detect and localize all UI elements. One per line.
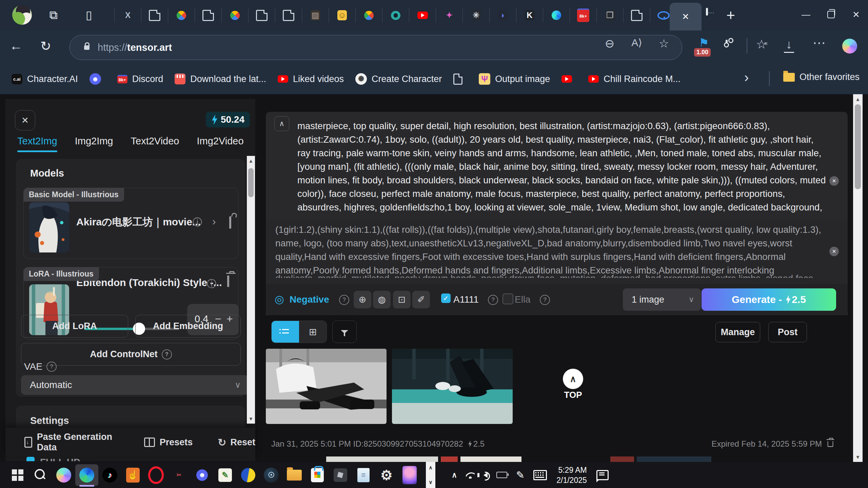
page-scrollbar[interactable]: ▲ ▼ xyxy=(853,94,863,462)
favorites-list-icon[interactable]: ☆ xyxy=(755,37,768,52)
bookmark-item[interactable] xyxy=(453,74,467,85)
taskbar-app-icon[interactable] xyxy=(283,464,306,486)
bookmark-item[interactable]: Chill Raincode M... xyxy=(588,74,680,84)
help-icon[interactable]: ? xyxy=(339,295,349,305)
notification-center-icon[interactable] xyxy=(596,470,609,480)
taskbar-app-icon[interactable]: ☻ xyxy=(191,464,214,486)
mode-tab[interactable]: Img2Img xyxy=(75,136,113,152)
mode-tab[interactable]: Text2Video xyxy=(131,136,179,152)
taskbar-overflow-scroller[interactable]: ∧ ∨ xyxy=(426,462,435,488)
pinned-tab[interactable]: K xyxy=(516,8,543,23)
scroll-to-top-button[interactable]: ∧ TOP xyxy=(559,369,587,400)
checkbox[interactable] xyxy=(26,457,35,461)
favorite-star-icon[interactable]: ☆ xyxy=(657,37,671,50)
trash-icon[interactable] xyxy=(827,441,833,447)
taskbar-app-icon[interactable]: ⚙ xyxy=(375,464,398,486)
help-icon[interactable]: ? xyxy=(540,295,550,305)
pinned-tab[interactable] xyxy=(355,8,382,23)
taskbar-app-icon[interactable]: ✂ xyxy=(167,464,191,486)
other-favorites[interactable]: Other favorites xyxy=(783,72,860,82)
mode-tab[interactable]: Text2Img xyxy=(17,136,57,152)
taskbar-app-icon[interactable] xyxy=(29,464,52,486)
help-icon[interactable]: ? xyxy=(488,295,498,305)
scroll-up-arrow[interactable]: ▲ xyxy=(853,96,863,102)
model-thumbnail[interactable] xyxy=(29,202,69,252)
help-icon[interactable]: ? xyxy=(46,362,57,372)
minimize-button[interactable]: — xyxy=(795,0,816,29)
post-button[interactable]: Post xyxy=(768,322,807,342)
volume-icon[interactable] xyxy=(484,472,488,478)
negative-toggle-icon[interactable]: ◎ xyxy=(275,293,284,306)
pinned-tab[interactable] xyxy=(195,8,221,23)
pinned-tab[interactable]: ◗ xyxy=(489,8,516,23)
taskbar-app-icon[interactable] xyxy=(52,464,75,486)
bookmark-item[interactable]: c.ai Character.AI xyxy=(12,74,78,84)
image-count-select[interactable]: 1 image ∨ xyxy=(623,288,701,311)
read-aloud-icon[interactable]: A⟩ xyxy=(630,37,644,48)
wifi-icon[interactable] xyxy=(466,472,475,479)
pen-icon[interactable]: ✎ xyxy=(516,469,525,481)
ella-checkbox[interactable] xyxy=(502,293,513,304)
list-view-button[interactable] xyxy=(272,321,299,343)
clear-negative-button[interactable]: ✕ xyxy=(829,247,839,256)
taskbar-app-icon[interactable] xyxy=(237,464,260,486)
pinned-tab[interactable]: ✦ xyxy=(436,8,462,23)
close-tab-icon[interactable]: ✕ xyxy=(682,12,689,22)
pinned-tab[interactable] xyxy=(221,8,248,23)
tray-chevron-icon[interactable]: ∧ xyxy=(452,471,457,480)
ella-label[interactable]: Ella xyxy=(515,294,531,305)
panel-scrollbar[interactable]: ▲ ▼ xyxy=(247,156,255,424)
pinned-tab[interactable] xyxy=(409,8,436,23)
vertical-tabs-icon[interactable] xyxy=(706,9,708,15)
tab-tools-icon[interactable]: ▯ xyxy=(81,7,96,22)
manage-button[interactable]: Manage xyxy=(715,322,760,342)
bookmark-item[interactable] xyxy=(561,75,577,83)
active-tab[interactable]: ✕ xyxy=(670,3,702,30)
pinned-tab[interactable]: ▨ xyxy=(302,8,329,23)
pinned-tab[interactable] xyxy=(141,8,168,23)
profile-avatar[interactable] xyxy=(12,5,32,25)
taskbar-app-icon[interactable] xyxy=(75,464,98,486)
grid-view-button[interactable]: ⊞ xyxy=(299,321,327,343)
bookmark-item[interactable]: Liked videos xyxy=(278,74,344,84)
add-embedding-button[interactable]: Add Embedding xyxy=(135,315,241,338)
pinned-tab[interactable]: ✳ xyxy=(462,8,489,23)
clear-prompt-button[interactable]: ✕ xyxy=(829,176,839,186)
info-icon[interactable]: ⓘ xyxy=(207,278,216,290)
url-text[interactable]: https://tensor.art xyxy=(98,42,172,53)
negative-prompt-textarea[interactable]: (1girl:1.2),(shiny skin:1.1),((fat rolls… xyxy=(275,223,831,277)
pinned-tab[interactable]: X xyxy=(114,8,141,23)
taskbar-app-icon[interactable]: ☉ xyxy=(260,464,283,486)
pinned-tab[interactable]: ❒ xyxy=(596,8,623,23)
more-menu-icon[interactable]: ⋯ xyxy=(812,35,826,50)
pinned-tab[interactable] xyxy=(275,8,302,23)
pinned-tab[interactable] xyxy=(543,8,570,23)
bookmark-item[interactable]: ✺ Create Character xyxy=(355,73,442,85)
refresh-button[interactable]: ↻ xyxy=(37,39,54,54)
trash-icon[interactable] xyxy=(227,276,229,286)
bookmark-item[interactable]: Download the lat... xyxy=(175,74,266,84)
scrollbar-thumb[interactable] xyxy=(855,104,861,189)
prompt-textarea[interactable]: masterpiece, top quality, super detail, … xyxy=(297,119,828,214)
a1111-checkbox[interactable]: ✓ xyxy=(441,293,451,303)
translate-icon[interactable]: ⊕ xyxy=(354,291,371,308)
collapse-prompt-button[interactable]: ∧ xyxy=(274,116,289,131)
reset-button[interactable]: ↻Reset xyxy=(218,436,255,448)
new-tab-button[interactable]: + xyxy=(722,6,740,24)
extensions-icon[interactable] xyxy=(726,41,728,47)
pinned-tab[interactable]: ☺ xyxy=(329,8,355,23)
presets-button[interactable]: Presets xyxy=(144,437,193,448)
sphere-icon[interactable]: ◍ xyxy=(373,291,391,308)
add-lora-button[interactable]: Add LoRA xyxy=(21,315,128,338)
vae-select[interactable]: Automatic ∨ xyxy=(21,375,249,395)
info-icon[interactable]: ⓘ xyxy=(193,216,202,229)
pinned-tab[interactable] xyxy=(623,8,650,23)
collections-icon[interactable]: ⧉ xyxy=(46,7,61,22)
a1111-label[interactable]: A1111 xyxy=(453,294,479,305)
taskbar-app-icon[interactable] xyxy=(144,464,167,486)
scrollbar-thumb[interactable] xyxy=(248,168,254,197)
touch-keyboard-icon[interactable] xyxy=(533,470,547,480)
filter-button[interactable] xyxy=(332,321,357,343)
bookmark-item[interactable]: ☻ xyxy=(90,73,106,85)
scroll-down-arrow[interactable]: ▼ xyxy=(853,454,863,460)
